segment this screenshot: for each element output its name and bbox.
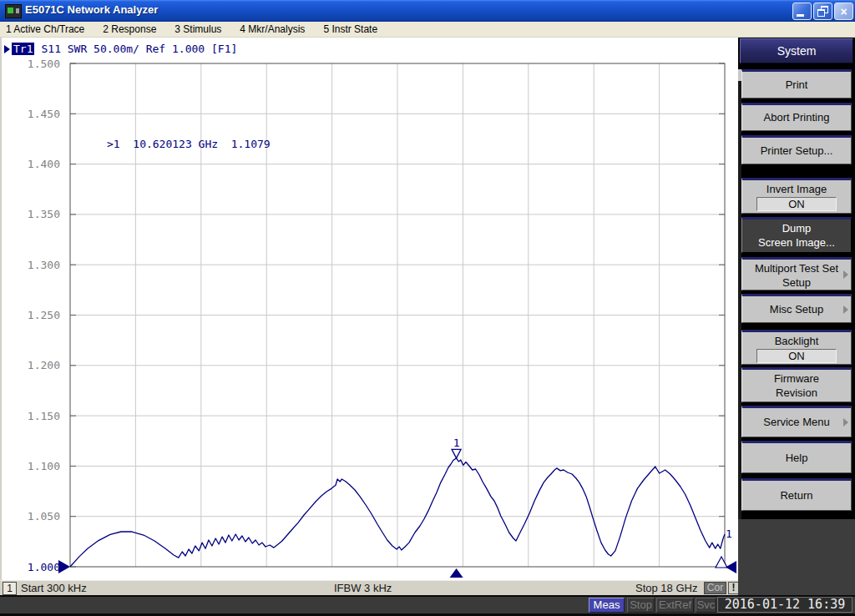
softkey-label: Abort Printing: [764, 111, 830, 124]
softkey-menu: System PrintAbort PrintingPrinter Setup.…: [738, 38, 855, 595]
instrument-screen: Tr1 S11 SWR 50.00m/ Ref 1.000 [F1] 1.500…: [0, 38, 738, 580]
y-axis-label: 1.400: [28, 158, 60, 170]
softkey-label: Printer Setup...: [761, 144, 833, 157]
y-axis-label: 1.350: [28, 208, 60, 220]
y-axis-label: 1.100: [28, 460, 60, 472]
minimize-icon: [797, 14, 804, 17]
softkey-label: Backlight: [742, 334, 851, 348]
status-bar: MeasStopExtRefSvc2016-01-12 16:39: [0, 595, 855, 616]
softkey-label: Revision: [742, 386, 851, 400]
marker-readout: >1 10.620123 GHz 1.1079: [107, 138, 271, 150]
y-axis-label: 1.050: [28, 510, 60, 523]
y-axis-label: 1.200: [28, 359, 60, 371]
menu-item-4-mkr-analysis[interactable]: 4 Mkr/Analysis: [230, 22, 314, 38]
softkey-label: Firmware: [742, 371, 851, 386]
softkey-return[interactable]: Return: [741, 478, 852, 511]
softkey-print[interactable]: Print: [741, 69, 852, 98]
stop-frequency-label: Stop 18 GHz: [635, 582, 697, 594]
status-indicator-extref: ExtRef: [656, 598, 694, 613]
ifbw-label: IFBW 3 kHz: [334, 582, 392, 594]
menu-item-3-stimulus[interactable]: 3 Stimulus: [165, 22, 230, 38]
marker1-stimulus-indicator[interactable]: [450, 568, 463, 578]
softkey-toggle-state: ON: [756, 197, 837, 211]
softkey-label: Misc Setup: [770, 303, 823, 316]
correction-badge: Cor: [704, 582, 726, 594]
status-indicator-svc: Svc: [696, 598, 716, 613]
marker1-symbol[interactable]: [452, 449, 461, 458]
softkey-label: Multiport Test Set: [742, 261, 851, 275]
right-axis-open-indicator: [716, 557, 727, 568]
y-axis-label: 1.450: [28, 108, 60, 120]
softkey-label: Print: [786, 78, 808, 91]
channel-status-bar: 1 Start 300 kHz IFBW 3 kHz Stop 18 GHz C…: [0, 580, 738, 595]
app-icon: [5, 4, 22, 18]
status-indicator-stop: Stop: [627, 598, 655, 613]
submenu-arrow-icon: [843, 305, 848, 314]
reference-level-indicator-left: [58, 560, 70, 573]
window-title: E5071C Network Analyzer: [25, 3, 158, 16]
e5071c-window: E5071C Network Analyzer × 1 Active Ch/Tr…: [0, 0, 855, 616]
softkey-toggle-state: ON: [756, 349, 837, 363]
window-controls: ×: [792, 3, 853, 20]
softkey-help[interactable]: Help: [741, 441, 852, 473]
submenu-arrow-icon: [843, 270, 848, 279]
y-axis-label: 1.500: [28, 58, 60, 70]
softkey-label: Help: [786, 452, 808, 464]
y-axis-label: 1.000: [28, 561, 60, 573]
menu-bar: 1 Active Ch/Trace2 Response3 Stimulus4 M…: [0, 22, 855, 38]
swr-chart: 1.5001.4501.4001.3501.3001.2501.2001.150…: [0, 38, 738, 580]
y-axis-label: 1.250: [28, 309, 60, 321]
softkey-service-menu[interactable]: Service Menu: [741, 406, 852, 437]
softkey-label: Service Menu: [763, 416, 829, 428]
softkey-abort-printing[interactable]: Abort Printing: [741, 103, 852, 131]
y-axis-label: 1.300: [28, 259, 60, 271]
softkey-backlight[interactable]: BacklightON: [741, 330, 852, 365]
minimize-button[interactable]: [792, 3, 812, 20]
softkey-label: Setup: [742, 275, 851, 290]
marker1-number: 1: [453, 437, 460, 449]
softkey-printer-setup[interactable]: Printer Setup...: [741, 135, 852, 164]
softkey-firmware-revision[interactable]: FirmwareRevision: [741, 367, 852, 402]
menu-item-1-active-ch-trace[interactable]: 1 Active Ch/Trace: [0, 22, 94, 38]
sidebar-bottom-panel: [738, 519, 855, 595]
reference-level-indicator-right: [726, 561, 736, 573]
softkey-menu-title: System: [740, 38, 853, 63]
start-frequency-label: Start 300 kHz: [21, 582, 87, 594]
menu-item-2-response[interactable]: 2 Response: [94, 22, 165, 38]
softkey-invert-image[interactable]: Invert ImageON: [741, 178, 852, 214]
softkey-label: Invert Image: [742, 182, 851, 196]
softkey-label: Screen Image...: [742, 235, 851, 250]
status-indicator-meas: Meas: [589, 598, 625, 613]
close-button[interactable]: ×: [834, 3, 853, 20]
restore-button[interactable]: [813, 3, 832, 20]
close-icon: ×: [835, 3, 852, 19]
softkey-label: Dump: [742, 221, 851, 235]
menu-item-5-instr-state[interactable]: 5 Instr State: [314, 22, 387, 38]
trace-end-number: 1: [726, 528, 732, 540]
softkey-misc-setup[interactable]: Misc Setup: [741, 294, 852, 323]
datetime-display: 2016-01-12 16:39: [717, 597, 852, 613]
y-axis-label: 1.150: [28, 410, 60, 422]
softkey-multiport-test-set-setup[interactable]: Multiport Test SetSetup: [741, 257, 852, 290]
softkey-label: Return: [780, 489, 812, 502]
submenu-arrow-icon: [843, 418, 848, 427]
softkey-dump-screen-image[interactable]: DumpScreen Image...: [741, 217, 852, 253]
channel-number-badge: 1: [3, 582, 17, 595]
title-bar: E5071C Network Analyzer ×: [0, 0, 855, 22]
